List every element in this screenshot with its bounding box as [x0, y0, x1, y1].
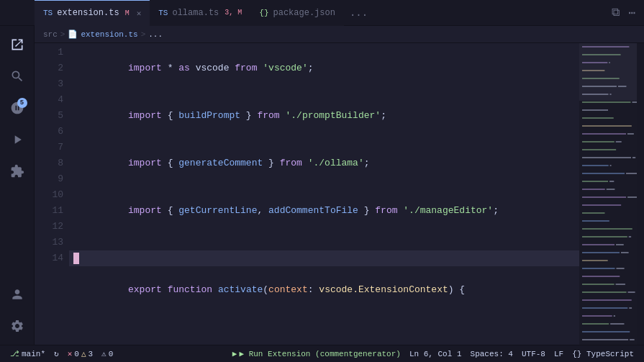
breadcrumb-current[interactable]: ... [148, 30, 163, 39]
tab-bar: TS extension.ts M ✕ TS ollama.ts 3, M {}… [0, 0, 644, 26]
activity-explorer[interactable] [4, 32, 30, 58]
code-line-8 [69, 314, 579, 330]
tab-bar-actions: ⧉ ⋯ [609, 4, 644, 22]
status-run-extension[interactable]: ▶ ▶ Run Extension (commentgenerator) [228, 345, 405, 363]
breadcrumb-file-icon: 📄 [68, 30, 78, 39]
message-icon: ⚠ [101, 349, 106, 358]
breadcrumb-sep1: > [60, 30, 65, 39]
message-count: 0 [109, 350, 114, 358]
tab-label: package.json [273, 8, 335, 18]
status-language[interactable]: {} TypeScript [568, 345, 638, 363]
tab-close[interactable]: ✕ [137, 9, 142, 18]
run-label: ▶ Run Extension (commentgenerator) [239, 349, 400, 358]
editor-area: src > 📄 extension.ts > ... 1 2 3 4 5 6 7… [35, 26, 644, 345]
status-refresh[interactable]: ↻ [50, 345, 63, 363]
git-badge: 5 [17, 98, 27, 108]
breadcrumb-root: src [43, 30, 58, 39]
status-encoding[interactable]: UTF-8 [517, 345, 550, 363]
main-area: 5 src > 📄 extension.ts > ... [0, 26, 644, 345]
pkg-icon: {} [259, 9, 268, 17]
split-editor-icon[interactable]: ⧉ [609, 4, 622, 21]
activity-git[interactable]: 5 [4, 95, 30, 121]
tab-extension-ts[interactable]: TS extension.ts M ✕ [35, 0, 150, 26]
tab-package-json[interactable]: {} package.json [250, 0, 344, 26]
branch-icon: ⎇ [10, 349, 19, 358]
status-branch[interactable]: ⎇ main* [6, 345, 50, 363]
status-position[interactable]: Ln 6, Col 1 [405, 345, 466, 363]
code-line-7: export function activate(context: vscode… [69, 266, 579, 314]
error-icon: ✕ [68, 349, 73, 358]
breadcrumb-file[interactable]: extension.ts [81, 30, 137, 39]
cursor-block [73, 253, 79, 264]
ts-icon: TS [43, 9, 53, 17]
breadcrumb: src > 📄 extension.ts > ... [35, 26, 644, 43]
code-editor[interactable]: 1 2 3 4 5 6 7 8 9 10 11 12 13 14 import … [35, 43, 644, 345]
status-line-ending[interactable]: LF [550, 345, 568, 363]
code-content[interactable]: import * as vscode from 'vscode'; import… [69, 43, 579, 345]
status-spaces[interactable]: Spaces: 4 [466, 345, 517, 363]
run-icon: ▶ [232, 349, 237, 358]
warning-icon: △ [81, 349, 86, 358]
ts-icon: TS [158, 9, 168, 17]
error-count: 0 [74, 350, 79, 358]
scrollbar[interactable] [637, 43, 644, 345]
code-line-2: import { buildPrompt } from './promptBui… [69, 92, 579, 140]
branch-label: main* [22, 350, 45, 358]
minimap [579, 43, 637, 345]
code-line-3: import { generateComment } from './ollam… [69, 140, 579, 187]
status-messages[interactable]: ⚠ 0 [97, 345, 117, 363]
tab-label: ollama.ts [172, 8, 219, 18]
code-line-4: import { getCurrentLine, addCommentToFil… [69, 187, 579, 235]
refresh-icon: ↻ [54, 349, 59, 358]
line-numbers: 1 2 3 4 5 6 7 8 9 10 11 12 13 14 [35, 43, 69, 345]
more-actions-icon[interactable]: ⋯ [625, 4, 638, 22]
activity-debug[interactable] [4, 127, 30, 153]
code-line-1: import * as vscode from 'vscode'; [69, 45, 579, 92]
tab-overflow[interactable]: ... [344, 7, 373, 19]
tab-label: extension.ts [57, 8, 119, 18]
activity-settings[interactable] [4, 313, 30, 339]
warning-count: 3 [89, 350, 94, 358]
code-line-6 [69, 250, 579, 266]
status-errors[interactable]: ✕ 0 △ 3 [63, 345, 97, 363]
activity-extensions[interactable] [4, 158, 30, 184]
tab-modified: 3, M [225, 9, 242, 17]
tab-ollama-ts[interactable]: TS ollama.ts 3, M [150, 0, 250, 26]
code-line-5 [69, 235, 579, 250]
activity-bar: 5 [0, 26, 35, 345]
status-bar: ⎇ main* ↻ ✕ 0 △ 3 ⚠ 0 ▶ ▶ Run Extension … [0, 345, 644, 362]
tab-modified: M [125, 9, 130, 17]
code-line-9: console.log('Congratulations, your exten… [69, 330, 579, 345]
activity-search[interactable] [4, 63, 30, 89]
activity-account[interactable] [4, 281, 30, 307]
breadcrumb-sep2: > [141, 30, 146, 39]
